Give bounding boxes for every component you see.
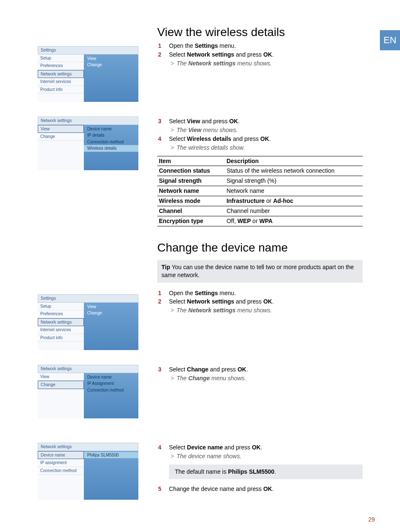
submenu-item-ip-assignment[interactable]: IP Assignment bbox=[84, 380, 138, 387]
step-text: Open the Settings menu. bbox=[169, 42, 236, 49]
submenu-item-view[interactable]: View bbox=[84, 304, 138, 310]
menu-item-product-info[interactable]: Product info bbox=[38, 86, 84, 94]
menu-network-settings-view: Network settings View Change Device name… bbox=[38, 117, 138, 170]
submenu-item-change[interactable]: Change bbox=[84, 62, 138, 68]
step-3-result: The View menu shows. bbox=[157, 126, 363, 134]
submenu-item-device-name[interactable]: Device name bbox=[84, 126, 138, 132]
step-text: Change the device name and press OK. bbox=[169, 485, 274, 492]
menu-header: Network settings bbox=[38, 443, 138, 451]
wireless-details-table: ItemDescription Connection statusStatus … bbox=[157, 156, 363, 226]
menu-item-preferences[interactable]: Preferences bbox=[38, 310, 84, 318]
step-3-result: The Change menu shows. bbox=[157, 374, 363, 382]
menu-item-connection-method[interactable]: Connection method bbox=[38, 467, 84, 475]
menu-header: Network settings bbox=[38, 365, 138, 373]
heading-view-wireless-details: View the wireless details bbox=[157, 24, 363, 40]
step-text: Select Wireless details and press OK. bbox=[169, 135, 271, 142]
menu-item-ip-assignment[interactable]: IP assignment bbox=[38, 459, 84, 467]
page-number: 29 bbox=[368, 516, 375, 524]
menu-header: Network settings bbox=[38, 117, 138, 125]
submenu-item-device-name[interactable]: Device name bbox=[84, 374, 138, 381]
step-5: 5Change the device name and press OK. bbox=[157, 485, 363, 493]
table-cell: Status of the wireless network connectio… bbox=[225, 166, 363, 176]
device-name-value[interactable]: Philips SLM5500 bbox=[84, 452, 138, 459]
submenu-item-change[interactable]: Change bbox=[84, 310, 138, 317]
step-text: Select View and press OK. bbox=[169, 118, 240, 125]
table-header-item: Item bbox=[157, 156, 225, 166]
step-4-result: The wireless details show. bbox=[157, 144, 363, 152]
step-1: 1Open the Settings menu. bbox=[157, 42, 363, 50]
table-cell: Channel number bbox=[225, 206, 363, 216]
language-tab: EN bbox=[380, 30, 400, 50]
table-cell: Channel bbox=[157, 206, 225, 216]
menu-item-network-settings[interactable]: Network settings bbox=[38, 318, 84, 327]
menu-network-settings-change: Network settings View Change Device name… bbox=[38, 365, 138, 418]
step-4: 4Select Wireless details and press OK. bbox=[157, 135, 363, 143]
menu-settings-1: Settings Setup Preferences Network setti… bbox=[38, 46, 138, 102]
menu-item-setup[interactable]: Setup bbox=[38, 303, 84, 311]
tip-box: Tip You can use the device name to tell … bbox=[157, 260, 363, 283]
step-text: Select Network settings and press OK. bbox=[169, 298, 274, 305]
submenu-item-view[interactable]: View bbox=[84, 55, 138, 62]
table-cell: Signal strength (%) bbox=[225, 176, 363, 186]
table-cell: Wireless mode bbox=[157, 196, 225, 206]
menu-item-network-settings[interactable]: Network settings bbox=[38, 70, 84, 78]
step-4: 4Select Device name and press OK. bbox=[157, 444, 363, 452]
note-box: The default name is Philips SLM5500. bbox=[169, 465, 363, 479]
menu-header: Settings bbox=[38, 294, 138, 303]
menu-item-device-name[interactable]: Device name bbox=[38, 451, 84, 459]
step-2-result: The Network settings menu shows. bbox=[157, 306, 363, 314]
table-cell: Encryption type bbox=[157, 216, 225, 226]
menu-item-change[interactable]: Change bbox=[38, 133, 84, 141]
table-cell: Network name bbox=[225, 186, 363, 196]
menu-device-name: Network settings Device name IP assignme… bbox=[38, 443, 138, 500]
table-cell: Connection status bbox=[157, 166, 225, 176]
step-4-result: The device name shows. bbox=[157, 452, 363, 460]
step-text: Open the Settings menu. bbox=[169, 290, 236, 296]
step-text: Select Change and press OK. bbox=[169, 366, 248, 373]
submenu-item-wireless-details[interactable]: Wireless details bbox=[84, 145, 138, 152]
step-2: 2Select Network settings and press OK. bbox=[157, 298, 363, 306]
submenu-item-connection-method[interactable]: Connection method bbox=[84, 387, 138, 394]
heading-change-device-name: Change the device name bbox=[157, 240, 363, 256]
table-cell: Signal strength bbox=[157, 176, 225, 186]
menu-item-change[interactable]: Change bbox=[38, 381, 84, 389]
menu-item-setup[interactable]: Setup bbox=[38, 54, 84, 62]
menu-item-view[interactable]: View bbox=[38, 373, 84, 381]
step-text: Select Network settings and press OK. bbox=[169, 51, 274, 58]
menu-item-product-info[interactable]: Product info bbox=[38, 334, 84, 342]
submenu-item-connection-method[interactable]: Connection method bbox=[84, 139, 138, 145]
step-text: Select Device name and press OK. bbox=[169, 444, 262, 451]
menu-settings-2: Settings Setup Preferences Network setti… bbox=[38, 294, 138, 350]
menu-item-view[interactable]: View bbox=[38, 125, 84, 133]
menu-item-internet-services[interactable]: Internet services bbox=[38, 326, 84, 334]
step-3: 3Select Change and press OK. bbox=[157, 366, 363, 374]
menu-item-preferences[interactable]: Preferences bbox=[38, 62, 84, 70]
step-2: 2Select Network settings and press OK. bbox=[157, 51, 363, 59]
menu-header: Settings bbox=[38, 46, 138, 54]
step-2-result: The Network settings menu shows. bbox=[157, 60, 363, 67]
table-header-description: Description bbox=[225, 156, 363, 166]
menu-item-internet-services[interactable]: Internet services bbox=[38, 78, 84, 86]
table-cell: Network name bbox=[157, 186, 225, 196]
table-cell: Infrastructure or Ad-hoc bbox=[225, 196, 363, 206]
submenu-item-ip-details[interactable]: IP details bbox=[84, 132, 138, 139]
step-1: 1Open the Settings menu. bbox=[157, 289, 363, 297]
table-cell: Off, WEP or WPA bbox=[225, 216, 363, 226]
step-3: 3Select View and press OK. bbox=[157, 117, 363, 125]
